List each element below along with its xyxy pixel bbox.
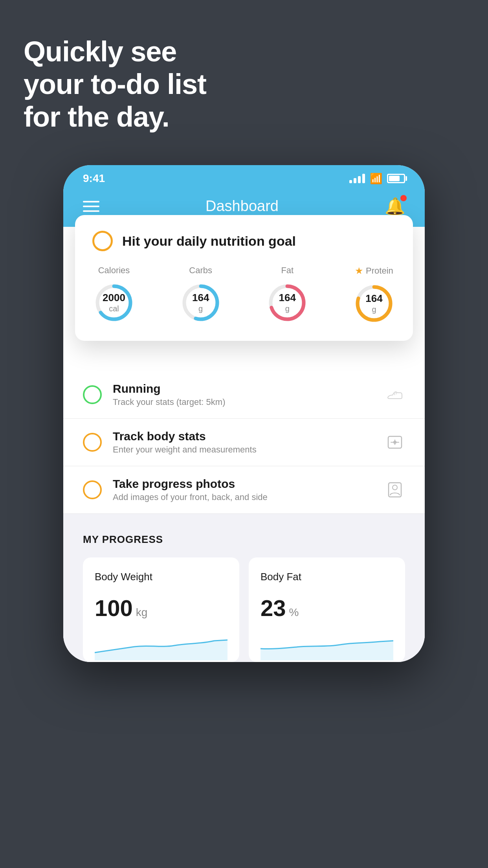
nav-title: Dashboard [205,198,279,215]
progress-section: MY PROGRESS Body Weight 100 kg [63,514,425,662]
card-title: Hit your daily nutrition goal [122,234,296,249]
calories-donut: 2000 cal [92,281,136,324]
photos-sub: Add images of your front, back, and side [113,492,385,502]
carbs-value: 164 g [192,292,209,313]
body-stats-sub: Enter your weight and measurements [113,445,385,455]
signal-icon [349,174,365,183]
protein-label: Protein [366,266,393,276]
svg-point-11 [393,485,397,490]
menu-button[interactable] [83,201,99,212]
todo-photos[interactable]: Take progress photos Add images of your … [63,466,425,514]
scale-icon [385,432,405,452]
nutrition-protein: ★ Protein 164 g [352,265,396,325]
photos-name: Take progress photos [113,477,385,491]
protein-value: 164 g [365,292,382,314]
protein-label-row: ★ Protein [355,265,393,276]
phone: 9:41 📶 Dashboard 🔔 [63,165,425,662]
nutrition-fat: Fat 164 g [266,265,309,325]
todo-circle-nutrition [92,231,113,251]
hero-line1: Quickly see [24,35,206,68]
status-bar: 9:41 📶 [63,165,425,189]
status-icons: 📶 [349,173,405,185]
todo-running[interactable]: Running Track your stats (target: 5km) [63,371,425,419]
shoe-icon [385,384,405,405]
protein-donut: 164 g [352,282,396,325]
card-title-row: Hit your daily nutrition goal [92,231,396,251]
fat-donut: 164 g [266,281,309,324]
body-weight-card: Body Weight 100 kg [83,557,239,662]
photos-text: Take progress photos Add images of your … [113,477,385,502]
body-weight-title: Body Weight [95,571,227,583]
battery-icon [387,174,405,183]
running-text: Running Track your stats (target: 5km) [113,382,385,407]
body-fat-unit: % [289,606,299,619]
body-weight-chart [95,633,227,660]
body-weight-unit: kg [136,606,148,619]
notification-button[interactable]: 🔔 [385,197,405,216]
person-icon [385,480,405,500]
body-stats-text: Track body stats Enter your weight and m… [113,430,385,455]
body-fat-title: Body Fat [261,571,393,583]
body-weight-value-row: 100 kg [95,595,227,621]
hero-text: Quickly see your to-do list for the day. [24,35,206,133]
body-stats-name: Track body stats [113,430,385,443]
photos-circle [83,480,102,499]
hero-line2: your to-do list [24,68,206,101]
body-fat-card: Body Fat 23 % [249,557,405,662]
nutrition-calories: Calories 2000 cal [92,265,136,325]
body-stats-circle [83,433,102,452]
nutrition-row: Calories 2000 cal [92,265,396,325]
body-fat-value-row: 23 % [261,595,393,621]
body-fat-value: 23 [261,595,286,621]
star-icon: ★ [355,265,363,276]
nutrition-card: Hit your daily nutrition goal Calories [75,215,413,341]
body-weight-value: 100 [95,595,133,621]
wifi-icon: 📶 [370,173,382,185]
todo-body-stats[interactable]: Track body stats Enter your weight and m… [63,419,425,466]
nutrition-carbs: Carbs 164 g [179,265,222,325]
calories-value: 2000 cal [103,292,125,313]
running-name: Running [113,382,385,395]
carbs-donut: 164 g [179,281,222,324]
phone-wrapper: 9:41 📶 Dashboard 🔔 [63,165,425,662]
carbs-label: Carbs [189,265,212,276]
fat-label: Fat [281,265,294,276]
main-content: THINGS TO DO TODAY Hit your daily nutrit… [63,227,425,662]
hero-line3: for the day. [24,101,206,133]
time: 9:41 [83,172,105,185]
body-fat-chart [261,633,393,660]
running-circle [83,385,102,404]
notification-dot [400,195,407,201]
running-sub: Track your stats (target: 5km) [113,397,385,407]
calories-label: Calories [98,265,130,276]
fat-value: 164 g [279,292,296,313]
progress-cards: Body Weight 100 kg B [83,557,405,662]
progress-title: MY PROGRESS [83,533,405,546]
